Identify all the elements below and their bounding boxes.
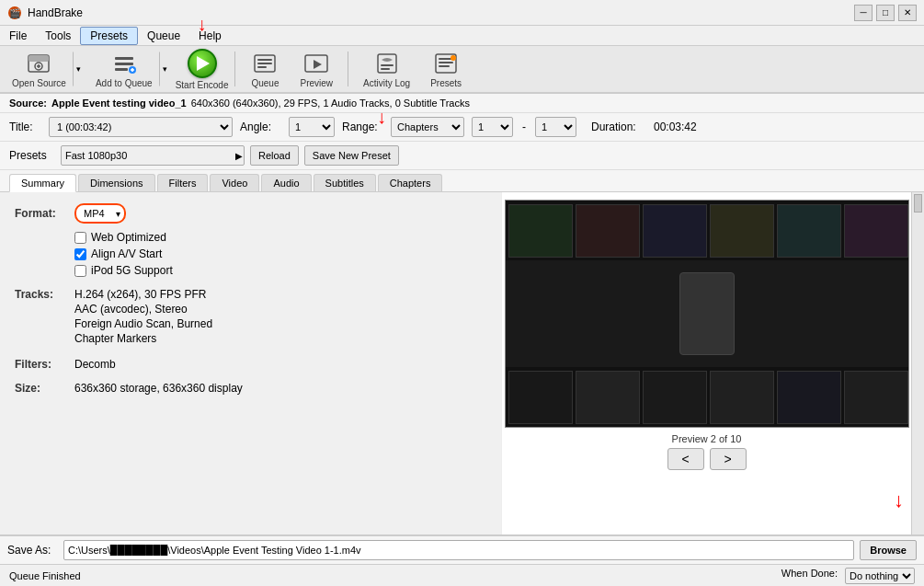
tab-audio[interactable]: Audio (261, 174, 311, 191)
range-from-select[interactable]: 1 (472, 117, 513, 137)
add-to-queue-button-group: Add to Queue ▾ (89, 47, 172, 92)
duration-label: Duration: (591, 121, 646, 133)
tab-video[interactable]: Video (210, 174, 259, 191)
when-done-select[interactable]: Do nothing (845, 568, 915, 584)
svg-rect-10 (257, 59, 272, 61)
tab-chapters[interactable]: Chapters (378, 174, 443, 191)
film-thumb-2 (643, 204, 707, 258)
tab-subtitles[interactable]: Subtitles (314, 174, 376, 191)
web-optimized-label: Web Optimized (91, 231, 166, 244)
film-thumb-b4 (777, 371, 841, 424)
svg-rect-5 (115, 57, 133, 60)
web-optimized-checkbox[interactable] (74, 232, 86, 244)
preview-nav: < > (667, 448, 747, 470)
preview-button[interactable]: Preview (291, 47, 341, 92)
source-label: Source: (9, 98, 47, 109)
align-av-checkbox[interactable] (74, 248, 86, 260)
tab-dimensions[interactable]: Dimensions (78, 174, 154, 191)
svg-rect-12 (257, 66, 267, 68)
film-strip-bottom (506, 367, 908, 427)
tracks-label: Tracks: (15, 288, 74, 347)
tab-filters[interactable]: Filters (157, 174, 209, 191)
format-select[interactable]: MP4 MKV (74, 203, 126, 224)
start-encode-button[interactable] (188, 49, 217, 78)
filters-value: Decomb (74, 358, 116, 371)
title-select[interactable]: 1 (00:03:42) (49, 117, 233, 137)
toolbar-separator-2 (348, 52, 348, 86)
svg-rect-6 (115, 63, 133, 65)
preview-icon (303, 51, 329, 76)
track-item-1: AAC (avcodec), Stereo (74, 303, 212, 316)
presets-row-label: Presets (9, 149, 55, 162)
toolbar-separator-1 (234, 52, 235, 86)
presets-select[interactable]: Fast 1080p30 (61, 145, 245, 166)
format-row: Format: MP4 MKV ▾ (15, 203, 486, 224)
maximize-button[interactable]: □ (876, 5, 895, 21)
menu-queue[interactable]: Queue (138, 28, 189, 44)
preview-panel: Apple TECHINSIDER (502, 192, 911, 534)
range-dash: - (520, 121, 528, 133)
toolbar: Open Source ▾ Add to Queue ▾ (0, 46, 924, 94)
ipod-support-row: iPod 5G Support (74, 264, 486, 277)
ipod-support-label: iPod 5G Support (91, 264, 173, 277)
scrollbar-thumb[interactable] (914, 194, 922, 213)
range-to-select[interactable]: 1 (535, 117, 576, 137)
tab-summary[interactable]: Summary (9, 174, 76, 192)
source-bar: Source: Apple Event testing video_1 640x… (0, 94, 924, 113)
svg-rect-20 (439, 62, 453, 63)
activity-log-button[interactable]: Activity Log (355, 47, 418, 92)
open-source-label: Open Source (12, 78, 66, 88)
svg-rect-17 (381, 68, 390, 70)
format-select-wrap: MP4 MKV ▾ (74, 203, 126, 224)
svg-rect-7 (115, 68, 128, 71)
preview-prev-button[interactable]: < (667, 448, 704, 470)
svg-text:🎬: 🎬 (9, 7, 21, 19)
svg-rect-11 (257, 63, 272, 64)
open-source-button[interactable]: Open Source (6, 47, 73, 92)
activity-log-label: Activity Log (363, 78, 410, 88)
film-thumb-b1 (576, 371, 640, 424)
add-queue-dropdown-button[interactable]: ▾ (159, 52, 172, 86)
preview-next-button[interactable]: > (710, 448, 747, 470)
menu-presets[interactable]: Presets (80, 27, 138, 45)
save-path-input[interactable]: C:\Users\████████\Videos\Apple Event Tes… (63, 540, 854, 560)
tracks-list: H.264 (x264), 30 FPS PFR AAC (avcodec), … (74, 288, 212, 347)
angle-select[interactable]: 1 (289, 117, 335, 137)
queue-button[interactable]: Queue (242, 47, 288, 92)
presets-toolbar-button[interactable]: Presets (422, 47, 470, 92)
filters-section: Filters: Decomb (15, 358, 486, 371)
main-frame (506, 260, 908, 367)
app-logo-icon: 🎬 (7, 6, 22, 20)
track-item-0: H.264 (x264), 30 FPS PFR (74, 288, 212, 301)
size-value: 636x360 storage, 636x360 display (74, 382, 243, 395)
menu-help[interactable]: Help (189, 28, 231, 44)
size-section: Size: 636x360 storage, 636x360 display (15, 382, 486, 395)
align-av-label: Align A/V Start (91, 247, 162, 260)
minimize-button[interactable]: ─ (854, 5, 873, 21)
add-to-queue-button[interactable]: Add to Queue (89, 47, 159, 92)
range-type-select[interactable]: Chapters (391, 117, 464, 137)
title-bar-controls: ─ □ ✕ (854, 5, 917, 21)
menu-bar: File Tools Presets Queue Help (0, 26, 924, 46)
open-source-dropdown-button[interactable]: ▾ (73, 52, 86, 86)
save-new-preset-button[interactable]: Save New Preset (304, 145, 399, 166)
queue-label: Queue (251, 78, 279, 88)
presets-select-wrap: Fast 1080p30 ▶ (61, 145, 245, 166)
app-window: 🎬 HandBrake ─ □ ✕ File Tools Presets Que… (0, 0, 924, 586)
ipod-support-checkbox[interactable] (74, 265, 86, 277)
reload-button[interactable]: Reload (250, 145, 299, 166)
menu-file[interactable]: File (0, 28, 36, 44)
close-button[interactable]: ✕ (898, 5, 917, 21)
film-strip-top (506, 201, 908, 260)
size-label: Size: (15, 382, 74, 395)
status-text: Queue Finished (9, 570, 81, 581)
browse-button[interactable]: Browse (860, 540, 917, 560)
right-scrollbar[interactable] (911, 192, 924, 534)
film-thumb-b3 (710, 371, 774, 424)
menu-tools[interactable]: Tools (36, 28, 80, 44)
summary-panel: Format: MP4 MKV ▾ Web (0, 192, 502, 534)
format-label: Format: (15, 207, 74, 220)
content-area: Format: MP4 MKV ▾ Web (0, 192, 924, 534)
film-thumb-b5 (844, 371, 908, 424)
main-figure (679, 272, 735, 355)
